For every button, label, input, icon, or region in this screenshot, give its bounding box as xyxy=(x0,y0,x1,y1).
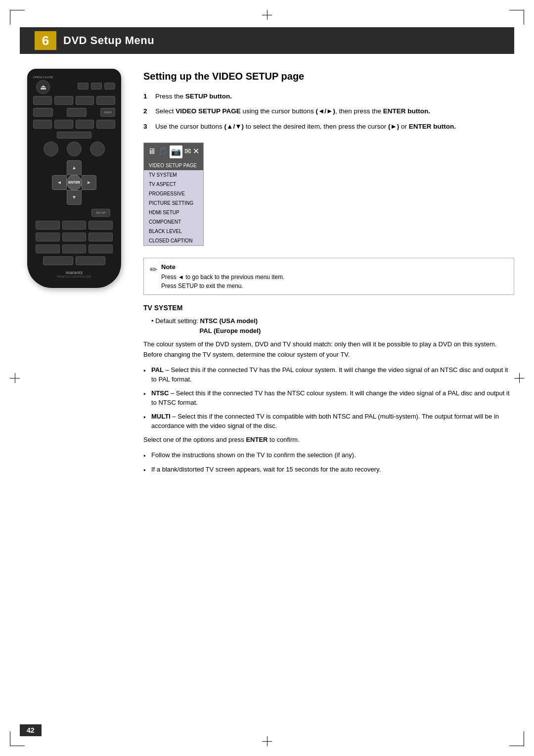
remote-row-5 xyxy=(33,132,115,139)
menu-icon-video: 📷 xyxy=(170,145,182,158)
btn-l1-3[interactable] xyxy=(89,221,113,230)
note-title: Note xyxy=(161,262,284,272)
btn-l2-2[interactable] xyxy=(62,233,87,241)
menu-item-caption: CLOSED CAPTION xyxy=(144,236,203,245)
remote-brand-sub: REMOTE CONTROLLER xyxy=(33,275,115,278)
btn-l2-1[interactable] xyxy=(36,233,60,241)
eject-button[interactable]: ⏏ xyxy=(36,80,50,94)
cross-mark-tc xyxy=(262,10,272,20)
btn-r4-2[interactable] xyxy=(54,120,73,129)
bullet-dot-ntsc: • xyxy=(143,389,147,408)
dpad-left[interactable]: ◄ xyxy=(52,175,67,190)
btn-r2-2[interactable] xyxy=(54,96,73,105)
btn-r2-3[interactable] xyxy=(76,96,94,105)
btn-l3-2[interactable] xyxy=(62,244,87,253)
bullet-pal: • PAL – Select this if the connected TV … xyxy=(143,365,514,384)
menu-items-list: VIDEO SETUP PAGE TV SYSTEM TV ASPECT PRO… xyxy=(144,161,203,245)
remote-row-2 xyxy=(33,96,115,105)
menu-item-tv-system: TV SYSTEM xyxy=(144,170,203,180)
follow-text-2: If a blank/distorted TV screen appears, … xyxy=(151,465,381,475)
default-label: Default setting: xyxy=(155,317,200,325)
top-btn-3[interactable] xyxy=(104,83,115,90)
remote-round-row xyxy=(33,142,115,156)
btn-r4-1[interactable] xyxy=(33,120,52,129)
remote-lower-row-3 xyxy=(33,244,115,253)
cross-mark-lc xyxy=(10,373,20,383)
btn-l4-2[interactable] xyxy=(76,256,106,265)
right-content: Setting up the VIDEO SETUP page 1 Press … xyxy=(143,69,514,479)
round-btn-2[interactable] xyxy=(67,142,82,156)
note-line-1: Press ◄ to go back to the previous menu … xyxy=(161,273,284,282)
open-close-label: OPEN/ CLOSE xyxy=(33,76,53,79)
menu-item-progressive: PROGRESSIVE xyxy=(144,189,203,198)
follow-bullet-2: • If a blank/distorted TV screen appears… xyxy=(143,465,514,475)
btn-r4-4[interactable] xyxy=(96,120,115,129)
follow-text-1: Follow the instructions shown on the TV … xyxy=(151,450,356,461)
dpad-down[interactable]: ▼ xyxy=(67,190,82,205)
setup-btn-row: SETUP xyxy=(33,209,115,217)
btn-r2-4[interactable] xyxy=(96,96,115,105)
btn-l3-1[interactable] xyxy=(36,244,60,253)
menu-icon-lock: ✉ xyxy=(184,145,191,158)
menu-icon-close: ✕ xyxy=(193,145,199,158)
crop-mark-tr xyxy=(509,10,524,25)
setup-label: SETUP xyxy=(96,211,106,214)
bullet-dot-pal: • xyxy=(143,366,147,384)
remote-brand: marantz xyxy=(33,270,115,275)
menu-item-component: COMPONENT xyxy=(144,217,203,227)
bullet-dot-f2: • xyxy=(143,466,147,475)
round-btn-3[interactable] xyxy=(90,142,105,156)
step-2-text: Select VIDEO SETUP PAGE using the cursor… xyxy=(155,106,430,116)
enter-button[interactable]: ENTER xyxy=(66,175,82,190)
dpad-container: ▲ ▼ ◄ ► ENTER xyxy=(33,160,115,205)
btn-l2-3[interactable] xyxy=(89,233,113,241)
top-btn-2[interactable] xyxy=(91,83,102,90)
round-btn-1[interactable] xyxy=(44,142,58,156)
crop-mark-br xyxy=(509,731,524,746)
default-pal: PAL (Europe model) xyxy=(200,327,261,334)
chapter-title: DVD Setup Menu xyxy=(63,34,154,47)
step-3-num: 3 xyxy=(143,122,150,132)
btn-l4-1[interactable] xyxy=(43,256,73,265)
page-number: 42 xyxy=(20,724,42,736)
btn-r4-3[interactable] xyxy=(76,120,94,129)
audio-button[interactable]: AUDIO xyxy=(100,108,115,117)
default-ntsc: NTSC (USA model) xyxy=(200,317,258,325)
remote-top-buttons xyxy=(78,76,115,90)
menu-item-tv-aspect: TV ASPECT xyxy=(144,180,203,189)
remote-lower-row-1 xyxy=(33,221,115,230)
btn-l1-2[interactable] xyxy=(62,221,87,230)
main-content: OPEN/ CLOSE ⏏ xyxy=(0,54,534,499)
menu-item-hdmi: HDMI SETUP xyxy=(144,208,203,217)
follow-bullet-1: • Follow the instructions shown on the T… xyxy=(143,450,514,461)
audio-label: AUDIO xyxy=(104,111,112,114)
dpad: ▲ ▼ ◄ ► ENTER xyxy=(52,160,96,205)
remote-lower-row-4 xyxy=(33,256,115,265)
top-btn-1[interactable] xyxy=(78,83,89,90)
default-setting: • Default setting: NTSC (USA model) PAL … xyxy=(143,316,514,335)
dpad-right[interactable]: ► xyxy=(82,175,96,190)
step-2-num: 2 xyxy=(143,106,150,116)
crop-mark-tl xyxy=(10,10,25,25)
steps-list: 1 Press the SETUP button. 2 Select VIDEO… xyxy=(143,92,514,132)
btn-r3-2[interactable] xyxy=(67,108,87,117)
menu-icons-row: 🖥 🎵 📷 ✉ ✕ xyxy=(144,143,203,161)
note-content: Note Press ◄ to go back to the previous … xyxy=(161,262,284,291)
btn-l1-1[interactable] xyxy=(36,221,60,230)
menu-item-black: BLACK LEVEL xyxy=(144,227,203,236)
step-2: 2 Select VIDEO SETUP PAGE using the curs… xyxy=(143,106,514,116)
remote-container: OPEN/ CLOSE ⏏ xyxy=(20,69,129,479)
dpad-up[interactable]: ▲ xyxy=(67,160,82,175)
chapter-header: 6 DVD Setup Menu xyxy=(20,27,514,54)
btn-r3-1[interactable] xyxy=(33,108,53,117)
setup-button[interactable]: SETUP xyxy=(91,209,110,217)
cross-mark-bc xyxy=(262,736,272,746)
note-icon: ✏ xyxy=(150,263,157,277)
btn-r2-1[interactable] xyxy=(33,96,52,105)
bullet-ntsc-text: NTSC – Select this if the connected TV h… xyxy=(151,388,514,408)
remote-lower-row-2 xyxy=(33,233,115,241)
step-3: 3 Use the cursor buttons (▲/▼) to select… xyxy=(143,122,514,132)
wide-btn[interactable] xyxy=(57,132,91,139)
btn-l3-3[interactable] xyxy=(89,244,113,253)
remote-top-row: OPEN/ CLOSE ⏏ xyxy=(33,76,115,94)
